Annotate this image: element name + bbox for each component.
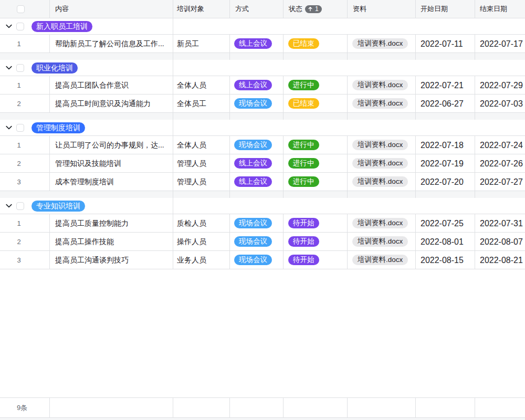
file-attachment-tag[interactable]: 培训资料.docx <box>352 38 408 49</box>
cell-file[interactable]: 培训资料.docx <box>348 35 416 52</box>
cell-start-date[interactable]: 2022-07-11 <box>416 35 475 52</box>
cell-start-date[interactable]: 2022-07-21 <box>416 76 475 94</box>
cell-content[interactable]: 提高员工团队合作意识 <box>50 76 173 94</box>
cell-start-date[interactable]: 2022-07-25 <box>416 214 475 232</box>
group-header-row[interactable]: 职业化培训 <box>0 60 525 76</box>
file-attachment-tag[interactable]: 培训资料.docx <box>352 255 408 265</box>
row-head-cell[interactable]: 2 <box>0 94 50 112</box>
cell-content[interactable]: 提高员工质量控制能力 <box>50 214 173 232</box>
cell-method[interactable]: 现场会议 <box>230 214 284 232</box>
cell-end-date[interactable]: 2022-08-21 <box>475 251 525 269</box>
select-all-checkbox[interactable] <box>17 5 25 13</box>
row-head-cell[interactable]: 1 <box>0 214 50 232</box>
cell-audience[interactable]: 新员工 <box>173 35 230 52</box>
cell-content[interactable]: 帮助新员工了解公司信息及工作... <box>50 35 173 52</box>
cell-status[interactable]: 进行中 <box>284 154 348 172</box>
cell-file[interactable]: 培训资料.docx <box>348 76 416 94</box>
cell-content[interactable]: 管理知识及技能培训 <box>50 154 173 172</box>
cell-file[interactable]: 培训资料.docx <box>348 251 416 269</box>
cell-status[interactable]: 已结束 <box>284 35 348 52</box>
cell-status[interactable]: 已结束 <box>284 94 348 112</box>
row-head-cell[interactable]: 2 <box>0 154 50 172</box>
header-cell-method[interactable]: 方式 <box>230 0 284 18</box>
file-attachment-tag[interactable]: 培训资料.docx <box>352 98 408 109</box>
group-checkbox[interactable] <box>16 64 24 72</box>
chevron-down-icon[interactable] <box>5 202 13 210</box>
cell-file[interactable]: 培训资料.docx <box>348 214 416 232</box>
cell-content[interactable]: 提高员工沟通谈判技巧 <box>50 251 173 269</box>
file-attachment-tag[interactable]: 培训资料.docx <box>352 80 408 90</box>
cell-method[interactable]: 线上会议 <box>230 154 284 172</box>
sort-badge[interactable]: 1 <box>305 5 322 13</box>
cell-end-date[interactable]: 2022-07-26 <box>475 154 525 172</box>
cell-method[interactable]: 现场会议 <box>230 251 284 269</box>
header-cell-content[interactable]: 内容 <box>50 0 173 18</box>
group-header-row[interactable]: 专业知识培训 <box>0 198 525 214</box>
header-cell-file[interactable]: 资料 <box>348 0 416 18</box>
file-attachment-tag[interactable]: 培训资料.docx <box>352 236 408 247</box>
header-select-all-cell[interactable] <box>0 0 50 18</box>
cell-content[interactable]: 提高员工操作技能 <box>50 233 173 250</box>
cell-start-date[interactable]: 2022-08-15 <box>416 251 475 269</box>
row-head-cell[interactable]: 2 <box>0 233 50 250</box>
cell-status[interactable]: 待开始 <box>284 214 348 232</box>
group-header-row[interactable]: 新入职员工培训 <box>0 18 525 35</box>
row-head-cell[interactable]: 3 <box>0 173 50 191</box>
cell-start-date[interactable]: 2022-07-20 <box>416 173 475 191</box>
header-cell-status[interactable]: 状态1 <box>284 0 348 18</box>
row-head-cell[interactable]: 3 <box>0 251 50 269</box>
cell-audience[interactable]: 操作人员 <box>173 233 230 250</box>
cell-file[interactable]: 培训资料.docx <box>348 233 416 250</box>
cell-end-date[interactable]: 2022-07-29 <box>475 76 525 94</box>
file-attachment-tag[interactable]: 培训资料.docx <box>352 158 408 169</box>
cell-start-date[interactable]: 2022-08-01 <box>416 233 475 250</box>
cell-file[interactable]: 培训资料.docx <box>348 94 416 112</box>
cell-audience[interactable]: 全体员工 <box>173 94 230 112</box>
group-checkbox[interactable] <box>16 124 24 132</box>
cell-audience[interactable]: 业务人员 <box>173 251 230 269</box>
cell-file[interactable]: 培训资料.docx <box>348 154 416 172</box>
cell-end-date[interactable]: 2022-07-31 <box>475 214 525 232</box>
file-attachment-tag[interactable]: 培训资料.docx <box>352 218 408 228</box>
cell-file[interactable]: 培训资料.docx <box>348 173 416 191</box>
chevron-down-icon[interactable] <box>5 64 13 72</box>
file-attachment-tag[interactable]: 培训资料.docx <box>352 140 408 150</box>
header-cell-audience[interactable]: 培训对象 <box>173 0 230 18</box>
cell-file[interactable]: 培训资料.docx <box>348 136 416 154</box>
cell-status[interactable]: 待开始 <box>284 251 348 269</box>
cell-status[interactable]: 待开始 <box>284 233 348 250</box>
cell-audience[interactable]: 管理人员 <box>173 173 230 191</box>
cell-method[interactable]: 现场会议 <box>230 233 284 250</box>
cell-status[interactable]: 进行中 <box>284 136 348 154</box>
cell-audience[interactable]: 质检人员 <box>173 214 230 232</box>
row-head-cell[interactable]: 1 <box>0 35 50 52</box>
group-checkbox[interactable] <box>16 202 24 210</box>
cell-method[interactable]: 线上会议 <box>230 35 284 52</box>
cell-start-date[interactable]: 2022-06-27 <box>416 94 475 112</box>
cell-end-date[interactable]: 2022-07-17 <box>475 35 525 52</box>
header-cell-end[interactable]: 结束日期 <box>475 0 525 18</box>
row-head-cell[interactable]: 1 <box>0 76 50 94</box>
cell-content[interactable]: 让员工明了公司的办事规则，达... <box>50 136 173 154</box>
group-checkbox[interactable] <box>16 23 24 30</box>
header-cell-start[interactable]: 开始日期 <box>416 0 475 18</box>
cell-end-date[interactable]: 2022-07-24 <box>475 136 525 154</box>
file-attachment-tag[interactable]: 培训资料.docx <box>352 176 408 187</box>
cell-end-date[interactable]: 2022-07-03 <box>475 94 525 112</box>
cell-audience[interactable]: 全体人员 <box>173 136 230 154</box>
cell-end-date[interactable]: 2022-08-07 <box>475 233 525 250</box>
row-head-cell[interactable]: 1 <box>0 136 50 154</box>
cell-start-date[interactable]: 2022-07-19 <box>416 154 475 172</box>
cell-status[interactable]: 进行中 <box>284 76 348 94</box>
cell-start-date[interactable]: 2022-07-18 <box>416 136 475 154</box>
cell-method[interactable]: 现场会议 <box>230 136 284 154</box>
cell-audience[interactable]: 全体人员 <box>173 76 230 94</box>
cell-content[interactable]: 提高员工时间意识及沟通能力 <box>50 94 173 112</box>
chevron-down-icon[interactable] <box>5 123 13 132</box>
cell-method[interactable]: 线上会议 <box>230 76 284 94</box>
group-header-row[interactable]: 管理制度培训 <box>0 120 525 136</box>
cell-content[interactable]: 成本管理制度培训 <box>50 173 173 191</box>
cell-end-date[interactable]: 2022-07-27 <box>475 173 525 191</box>
cell-status[interactable]: 进行中 <box>284 173 348 191</box>
cell-method[interactable]: 线上会议 <box>230 173 284 191</box>
